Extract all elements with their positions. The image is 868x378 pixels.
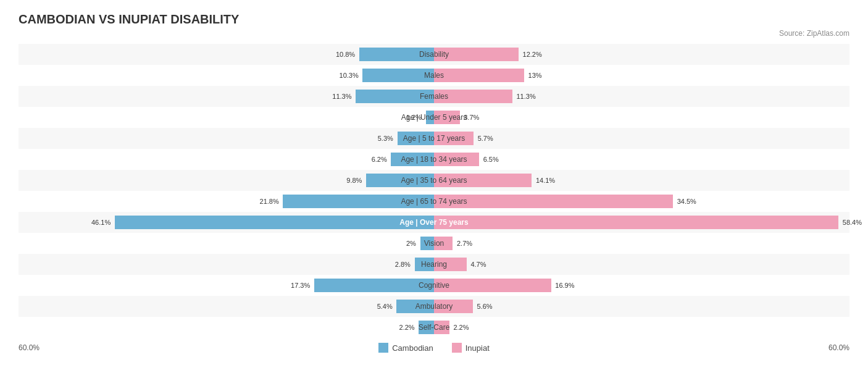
bar-left: [356, 90, 434, 103]
bar-left: [420, 237, 434, 250]
bar-left: [366, 174, 434, 187]
chart-row: Cognitive17.3%16.9%: [19, 275, 849, 296]
bar-left: [359, 48, 434, 61]
legend-cambodian: Cambodian: [378, 343, 433, 353]
bar-right: [434, 90, 512, 103]
bar-left: [396, 300, 434, 313]
value-left: 5.4%: [377, 303, 393, 310]
value-left: 11.3%: [332, 93, 351, 100]
legend-inupiat: Inupiat: [452, 343, 490, 353]
bar-right: [434, 237, 453, 250]
value-left: 1.2%: [406, 114, 422, 121]
bar-left: [426, 111, 434, 124]
bar-right: [434, 321, 449, 334]
chart-row: Ambulatory5.4%5.6%: [19, 296, 849, 317]
value-left: 10.3%: [340, 72, 359, 79]
value-right: 34.5%: [677, 198, 696, 205]
chart-row: Age | 18 to 34 years6.2%6.5%: [19, 149, 849, 170]
bar-left: [362, 69, 434, 82]
chart-row: Age | Over 75 years46.1%58.4%: [19, 212, 849, 233]
bar-left: [415, 258, 434, 271]
value-right: 12.2%: [523, 51, 542, 58]
value-right: 11.3%: [516, 93, 535, 100]
bar-right: [434, 48, 519, 61]
value-left: 9.8%: [346, 177, 362, 184]
bar-right: [434, 111, 460, 124]
bar-right: [434, 69, 524, 82]
value-right: 5.7%: [478, 135, 493, 142]
value-right: 58.4%: [843, 219, 862, 226]
bar-left: [391, 153, 434, 166]
bar-right: [434, 216, 838, 229]
cambodian-legend-label: Cambodian: [392, 343, 433, 353]
bar-left: [419, 321, 434, 334]
value-right: 2.2%: [453, 324, 469, 331]
value-right: 2.7%: [457, 240, 472, 247]
value-left: 6.2%: [372, 156, 387, 163]
bar-right: [434, 153, 479, 166]
chart-row: Self-Care2.2%2.2%: [19, 317, 849, 338]
chart-row: Age | Under 5 years1.2%3.7%: [19, 107, 849, 128]
value-left: 17.3%: [291, 282, 310, 289]
chart-area: Disability10.8%12.2%Males10.3%13%Females…: [19, 44, 849, 338]
chart-row: Age | 5 to 17 years5.3%5.7%: [19, 128, 849, 149]
axis-left-label: 60.0%: [19, 343, 40, 352]
bar-right: [434, 258, 467, 271]
bar-right: [434, 300, 473, 313]
value-left: 2.8%: [395, 261, 411, 268]
bar-left: [115, 216, 434, 229]
bar-right: [434, 174, 532, 187]
chart-row: Age | 35 to 64 years9.8%14.1%: [19, 170, 849, 191]
value-left: 2%: [406, 240, 416, 247]
chart-row: Disability10.8%12.2%: [19, 44, 849, 65]
chart-row: Vision2%2.7%: [19, 233, 849, 254]
value-left: 21.8%: [260, 198, 279, 205]
inupiat-legend-box: [452, 343, 462, 353]
source-label: Source: ZipAtlas.com: [19, 29, 849, 38]
value-left: 10.8%: [336, 51, 355, 58]
bar-left: [314, 279, 434, 292]
value-right: 4.7%: [470, 261, 486, 268]
bar-right: [434, 279, 551, 292]
bar-right: [434, 132, 474, 145]
chart-row: Females11.3%11.3%: [19, 86, 849, 107]
value-left: 46.1%: [91, 219, 111, 226]
chart-row: Males10.3%13%: [19, 65, 849, 86]
value-right: 6.5%: [483, 156, 499, 163]
inupiat-legend-label: Inupiat: [465, 343, 490, 353]
value-right: 16.9%: [555, 282, 574, 289]
value-left: 2.2%: [399, 324, 415, 331]
chart-row: Age | 65 to 74 years21.8%34.5%: [19, 191, 849, 212]
chart-row: Hearing2.8%4.7%: [19, 254, 849, 275]
bar-left: [283, 195, 434, 208]
axis-right-label: 60.0%: [828, 343, 849, 352]
bar-right: [434, 195, 673, 208]
chart-title: CAMBODIAN VS INUPIAT DISABILITY: [19, 12, 849, 27]
value-right: 5.6%: [477, 303, 493, 310]
value-left: 5.3%: [378, 135, 393, 142]
value-right: 14.1%: [536, 177, 555, 184]
cambodian-legend-box: [378, 343, 388, 353]
bar-left: [398, 132, 434, 145]
value-right: 13%: [528, 72, 542, 79]
value-right: 3.7%: [464, 114, 479, 121]
